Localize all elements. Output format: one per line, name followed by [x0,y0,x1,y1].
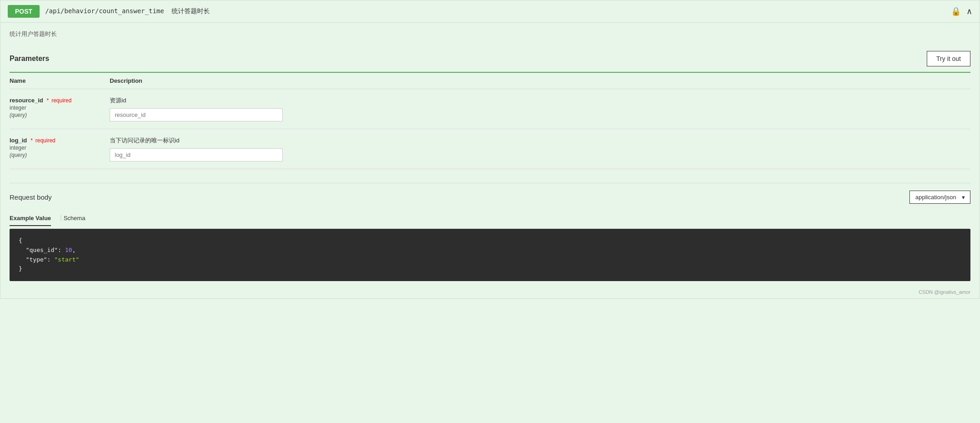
request-body-section: Request body application/json applicatio… [0,183,980,211]
param-row-log-id: log_id * required integer (query) 当下访问记录… [10,129,970,169]
col-desc-header: Description [110,77,970,84]
param-desc-text-resource-id: 资源id [110,96,970,105]
lock-icon: 🔒 [951,6,961,16]
param-name-log-id: log_id [10,137,27,144]
tab-example-value[interactable]: Example Value [10,211,51,226]
collapse-icon[interactable]: ∧ [966,6,972,16]
param-desc-col-log-id: 当下访问记录的唯一标识id [110,136,970,161]
request-body-title: Request body [10,193,52,201]
code-block: { "ques_id": 10, "type": "start" } [10,229,970,281]
param-name-resource-id: resource_id [10,97,43,104]
param-required-star-log-id: * [30,137,33,144]
col-name-header: Name [10,77,110,84]
footer: CSDN @ignativs_amor [0,286,980,298]
param-desc-text-log-id: 当下访问记录的唯一标识id [110,136,970,145]
param-location-resource-id: (query) [10,112,27,118]
example-value-section: Example Value | Schema { "ques_id": 10, … [0,211,980,286]
parameters-title: Parameters [10,55,49,63]
post-badge: POST [8,5,40,18]
param-row-resource-id: resource_id * required integer (query) 资… [10,89,970,129]
description-text: 统计用户答题时长 [10,30,57,37]
api-path-desc: 统计答题时长 [172,7,210,15]
api-path-text: /api/behavior/count_answer_time [45,7,164,15]
tab-divider: | [60,211,62,226]
example-tabs: Example Value | Schema [10,211,970,226]
code-line-1: { [19,236,961,246]
params-table-header: Name Description [10,73,970,89]
param-type-log-id: integer [10,145,110,151]
parameters-header: Parameters Try it out [10,45,970,73]
footer-text: CSDN @ignativs_amor [919,289,970,295]
param-location-log-id: (query) [10,152,27,158]
api-header-left: POST /api/behavior/count_answer_time 统计答… [8,5,210,18]
content-type-select[interactable]: application/json application/xml text/pl… [909,191,970,204]
param-input-resource-id[interactable] [110,108,283,121]
content-type-wrapper: application/json application/xml text/pl… [909,191,970,204]
param-required-text-log-id: required [36,137,56,144]
api-description: 统计用户答题时长 [0,23,980,45]
api-header-right: 🔒 ∧ [951,6,972,16]
request-body-header: Request body application/json applicatio… [10,183,970,211]
param-required-star-resource-id: * [47,97,49,104]
code-line-4: } [19,264,961,274]
param-input-log-id[interactable] [110,148,283,161]
try-it-out-button[interactable]: Try it out [927,51,970,66]
param-name-col-resource-id: resource_id * required integer (query) [10,96,110,118]
api-path: /api/behavior/count_answer_time 统计答题时长 [45,7,210,15]
param-desc-col-resource-id: 资源id [110,96,970,121]
param-name-col-log-id: log_id * required integer (query) [10,136,110,158]
param-type-resource-id: integer [10,105,110,111]
tab-schema[interactable]: Schema [64,211,86,226]
api-header: POST /api/behavior/count_answer_time 统计答… [0,0,980,23]
code-line-2: "ques_id": 10, [19,246,961,255]
code-line-3: "type": "start" [19,255,961,265]
param-required-text-resource-id: required [51,97,71,104]
parameters-section: Parameters Try it out Name Description r… [0,45,980,178]
api-panel: POST /api/behavior/count_answer_time 统计答… [0,0,980,299]
